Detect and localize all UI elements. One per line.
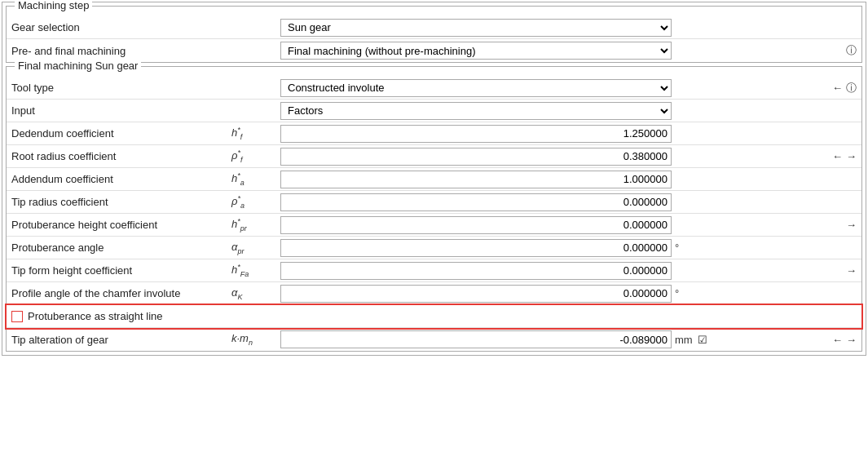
tool-type-label: Tool type	[11, 82, 231, 94]
pre-final-machining-actions: ⓘ	[800, 43, 857, 58]
addendum-coefficient-symbol: h*a	[231, 171, 280, 187]
protuberance-height-coefficient-symbol: h*pr	[231, 217, 280, 233]
tip-radius-coefficient-symbol: ρ*a	[231, 194, 280, 210]
protuberance-angle-row: Protuberance angle αpr °	[7, 237, 861, 259]
final-machining-title: Final machining Sun gear	[15, 60, 141, 72]
main-container: Machining step Gear selection Sun gear P…	[2, 2, 866, 356]
tool-type-input-area: Constructed involute Standard	[280, 79, 793, 97]
root-radius-coefficient-row: Root radius coefficient ρ*f ← →	[7, 145, 861, 168]
final-machining-section: Final machining Sun gear Tool type Const…	[6, 66, 862, 352]
pre-final-machining-help-icon[interactable]: ⓘ	[846, 43, 857, 58]
tip-alteration-gear-unit: mm	[675, 334, 693, 346]
tip-alteration-gear-check-icon[interactable]: ☑	[698, 334, 707, 346]
tip-form-height-arrow-right-icon[interactable]: →	[846, 264, 857, 277]
root-radius-arrow-right-icon[interactable]: →	[846, 150, 857, 162]
input-label: Input	[11, 104, 231, 117]
dedendum-coefficient-input[interactable]	[280, 125, 672, 143]
protuberance-height-coefficient-row: Protuberance height coefficient h*pr →	[7, 214, 861, 237]
profile-angle-chamfer-unit: °	[675, 287, 679, 299]
protuberance-angle-input-area: °	[280, 239, 793, 257]
tool-type-dropdown[interactable]: Constructed involute Standard	[280, 79, 672, 97]
pre-final-machining-input-area: Final machining (without pre-machining) …	[280, 42, 793, 60]
addendum-coefficient-input-area	[280, 171, 793, 188]
gear-selection-label: Gear selection	[11, 21, 231, 33]
addendum-coefficient-input[interactable]	[280, 171, 672, 188]
tool-type-arrow-left-icon[interactable]: ←	[832, 82, 843, 94]
machining-step-title: Machining step	[15, 0, 92, 11]
profile-angle-chamfer-input[interactable]	[280, 285, 672, 303]
tip-form-height-coefficient-input-area	[280, 262, 793, 280]
tip-alteration-arrow-right-icon[interactable]: →	[846, 334, 857, 346]
protuberance-height-coefficient-input-area	[280, 216, 793, 234]
pre-final-machining-dropdown[interactable]: Final machining (without pre-machining) …	[280, 42, 672, 60]
root-radius-coefficient-label: Root radius coefficient	[11, 150, 231, 162]
dedendum-coefficient-input-area	[280, 125, 793, 143]
protuberance-angle-label: Protuberance angle	[11, 242, 231, 254]
input-dropdown[interactable]: Factors Absolute values	[280, 102, 672, 120]
input-input-area: Factors Absolute values	[280, 102, 793, 120]
root-radius-arrow-left-icon[interactable]: ←	[832, 150, 843, 162]
pre-final-machining-row: Pre- and final machining Final machining…	[7, 39, 861, 62]
gear-selection-input-area: Sun gear Planet gear Ring gear	[280, 19, 793, 37]
root-radius-coefficient-symbol: ρ*f	[231, 148, 280, 164]
protuberance-angle-unit: °	[675, 242, 679, 254]
tip-form-height-coefficient-actions: →	[800, 264, 857, 277]
profile-angle-chamfer-row: Profile angle of the chamfer involute αK…	[7, 282, 861, 305]
dedendum-coefficient-label: Dedendum coefficient	[11, 127, 231, 140]
protuberance-straight-line-row: Protuberance as straight line	[7, 305, 861, 328]
protuberance-angle-input[interactable]	[280, 239, 672, 257]
tip-alteration-gear-symbol: k·mn	[231, 332, 280, 347]
profile-angle-chamfer-label: Profile angle of the chamfer involute	[11, 287, 231, 299]
addendum-coefficient-row: Addendum coefficient h*a	[7, 168, 861, 191]
dedendum-coefficient-symbol: h*f	[231, 126, 280, 141]
tip-form-height-coefficient-label: Tip form height coefficient	[11, 264, 231, 277]
tip-form-height-coefficient-input[interactable]	[280, 262, 672, 280]
tip-form-height-coefficient-row: Tip form height coefficient h*Fa →	[7, 259, 861, 282]
root-radius-coefficient-input-area	[280, 148, 793, 166]
input-row: Input Factors Absolute values	[7, 100, 861, 122]
root-radius-coefficient-input[interactable]	[280, 148, 672, 166]
pre-final-machining-label: Pre- and final machining	[11, 45, 231, 57]
tip-alteration-arrow-left-icon[interactable]: ←	[832, 334, 843, 346]
addendum-coefficient-label: Addendum coefficient	[11, 173, 231, 185]
gear-selection-row: Gear selection Sun gear Planet gear Ring…	[7, 16, 861, 39]
tip-radius-coefficient-input-area	[280, 193, 793, 211]
tip-radius-coefficient-input[interactable]	[280, 193, 672, 211]
protuberance-height-arrow-right-icon[interactable]: →	[846, 219, 857, 231]
protuberance-straight-line-text: Protuberance as straight line	[28, 310, 162, 322]
protuberance-straight-line-checkbox-row: Protuberance as straight line	[11, 310, 231, 322]
profile-angle-chamfer-input-area: °	[280, 285, 793, 303]
tool-type-help-icon[interactable]: ⓘ	[846, 81, 857, 95]
protuberance-straight-line-checkbox[interactable]	[11, 311, 23, 322]
protuberance-height-coefficient-actions: →	[800, 219, 857, 231]
tip-alteration-gear-label: Tip alteration of gear	[11, 334, 231, 346]
tool-type-actions: ← ⓘ	[800, 81, 857, 95]
tip-alteration-gear-actions: ← →	[800, 334, 857, 346]
root-radius-coefficient-actions: ← →	[800, 150, 857, 162]
tip-alteration-gear-input-area: mm ☑	[280, 330, 793, 348]
protuberance-height-coefficient-label: Protuberance height coefficient	[11, 219, 231, 231]
gear-selection-dropdown[interactable]: Sun gear Planet gear Ring gear	[280, 19, 672, 37]
profile-angle-chamfer-symbol: αK	[231, 286, 280, 301]
tip-radius-coefficient-row: Tip radius coefficient ρ*a	[7, 191, 861, 214]
tool-type-row: Tool type Constructed involute Standard …	[7, 77, 861, 100]
tip-radius-coefficient-label: Tip radius coefficient	[11, 196, 231, 208]
machining-step-section: Machining step Gear selection Sun gear P…	[6, 6, 862, 63]
protuberance-height-coefficient-input[interactable]	[280, 216, 672, 234]
tip-alteration-gear-input[interactable]	[280, 330, 672, 348]
tip-form-height-coefficient-symbol: h*Fa	[231, 263, 280, 278]
protuberance-angle-symbol: αpr	[231, 241, 280, 255]
dedendum-coefficient-row: Dedendum coefficient h*f	[7, 122, 861, 145]
protuberance-straight-line-label: Protuberance as straight line	[11, 310, 231, 322]
tip-alteration-gear-row: Tip alteration of gear k·mn mm ☑ ← →	[7, 328, 861, 351]
